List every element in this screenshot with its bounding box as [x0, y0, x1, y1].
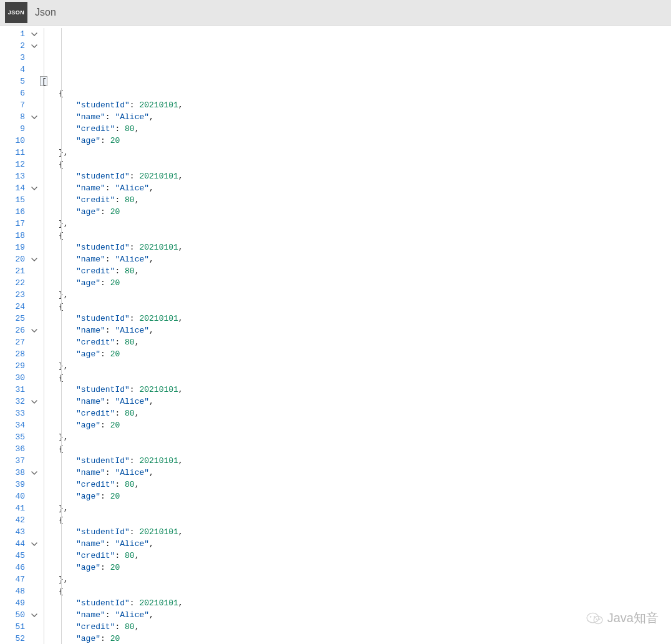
code-line[interactable]: "studentId": 20210101,	[41, 526, 671, 538]
token-punc: :	[130, 170, 140, 182]
code-line[interactable]: "name": "Alice",	[41, 324, 671, 336]
token-num: 20	[110, 348, 120, 360]
code-line[interactable]: },	[41, 431, 671, 443]
token-num: 20	[110, 490, 120, 502]
code-line[interactable]: "studentId": 20210101,	[41, 384, 671, 396]
chevron-down-icon[interactable]	[31, 540, 38, 548]
code-line[interactable]: "credit": 80,	[41, 123, 671, 135]
code-line[interactable]: "age": 20	[41, 206, 671, 218]
code-line[interactable]: "credit": 80,	[41, 336, 671, 348]
fold-toggle[interactable]	[27, 324, 41, 336]
code-line[interactable]: "age": 20	[41, 277, 671, 289]
code-line[interactable]: "studentId": 20210101,	[41, 99, 671, 111]
fold-spacer	[27, 218, 41, 230]
fold-spacer	[27, 170, 41, 182]
code-line[interactable]: "age": 20	[41, 562, 671, 573]
code-line[interactable]: "name": "Alice",	[41, 538, 671, 550]
chevron-down-icon[interactable]	[31, 469, 38, 477]
indent-guide	[44, 28, 44, 644]
fold-toggle[interactable]	[27, 182, 41, 194]
chevron-down-icon[interactable]	[31, 42, 38, 50]
code-line[interactable]: "age": 20	[41, 348, 671, 360]
chevron-down-icon[interactable]	[31, 612, 38, 619]
code-line[interactable]: "credit": 80,	[41, 194, 671, 206]
code-line[interactable]: "age": 20	[41, 490, 671, 502]
code-line[interactable]: {	[41, 301, 671, 313]
token-punc: ,	[178, 242, 183, 253]
code-line[interactable]: "credit": 80,	[41, 479, 671, 490]
code-area[interactable]: [{"studentId": 20210101,"name": "Alice",…	[41, 26, 671, 644]
chevron-down-icon[interactable]	[31, 398, 38, 406]
code-line[interactable]: "studentId": 20210101,	[41, 597, 671, 609]
line-number: 21	[0, 265, 25, 277]
fold-toggle[interactable]	[27, 40, 41, 52]
code-line[interactable]: {	[41, 159, 671, 170]
code-editor[interactable]: 1234567891011121314151617181920212223242…	[0, 26, 671, 644]
tab-title[interactable]: Json	[35, 7, 56, 18]
line-number: 3	[0, 52, 25, 64]
fold-spacer	[27, 443, 41, 455]
code-line[interactable]: },	[41, 360, 671, 372]
code-line[interactable]: },	[41, 573, 671, 585]
line-number-gutter: 1234567891011121314151617181920212223242…	[0, 26, 27, 644]
cursor: [	[40, 76, 47, 86]
code-line[interactable]: "studentId": 20210101,	[41, 455, 671, 467]
fold-toggle[interactable]	[27, 28, 41, 40]
fold-spacer	[27, 479, 41, 490]
token-punc: :	[105, 538, 115, 550]
code-line[interactable]: "name": "Alice",	[41, 609, 671, 621]
code-line[interactable]: "credit": 80,	[41, 407, 671, 419]
code-line[interactable]: "studentId": 20210101,	[41, 170, 671, 182]
code-line[interactable]: "age": 20	[41, 633, 671, 644]
code-line[interactable]: {	[41, 514, 671, 526]
chevron-down-icon[interactable]	[31, 327, 38, 334]
token-num: 20	[110, 206, 120, 218]
line-number: 48	[0, 585, 25, 597]
token-key: "age"	[76, 633, 100, 644]
code-line[interactable]: "studentId": 20210101,	[41, 313, 671, 324]
code-line[interactable]: },	[41, 502, 671, 514]
code-line[interactable]: "name": "Alice",	[41, 253, 671, 265]
code-line[interactable]: "age": 20	[41, 419, 671, 431]
code-line[interactable]: {	[41, 443, 671, 455]
line-number: 35	[0, 431, 25, 443]
code-line[interactable]: },	[41, 147, 671, 159]
token-key: "age"	[76, 348, 100, 360]
code-line[interactable]: "name": "Alice",	[41, 182, 671, 194]
code-line[interactable]: "age": 20	[41, 135, 671, 147]
code-line[interactable]: "credit": 80,	[41, 621, 671, 633]
fold-toggle[interactable]	[27, 467, 41, 479]
code-line[interactable]: {	[41, 87, 671, 99]
fold-toggle[interactable]	[27, 609, 41, 621]
line-number: 45	[0, 550, 25, 562]
code-line[interactable]: },	[41, 218, 671, 230]
chevron-down-icon[interactable]	[31, 185, 38, 192]
chevron-down-icon[interactable]	[31, 31, 38, 38]
fold-toggle[interactable]	[27, 111, 41, 123]
line-number: 7	[0, 99, 25, 111]
fold-spacer	[27, 76, 41, 87]
code-line[interactable]: {	[41, 585, 671, 597]
line-number: 13	[0, 170, 25, 182]
token-str: "Alice"	[115, 467, 149, 479]
code-line[interactable]: {	[41, 230, 671, 242]
code-line[interactable]: "name": "Alice",	[41, 396, 671, 407]
fold-spacer	[27, 147, 41, 159]
code-line[interactable]: "name": "Alice",	[41, 467, 671, 479]
code-line[interactable]: "studentId": 20210101,	[41, 242, 671, 253]
code-line[interactable]: {	[41, 372, 671, 384]
fold-toggle[interactable]	[27, 253, 41, 265]
chevron-down-icon[interactable]	[31, 256, 38, 263]
token-str: "Alice"	[115, 253, 149, 265]
chevron-down-icon[interactable]	[31, 114, 38, 121]
code-line[interactable]: "name": "Alice",	[41, 111, 671, 123]
fold-spacer	[27, 407, 41, 419]
token-punc: :	[105, 111, 115, 123]
code-line[interactable]: [	[41, 76, 671, 87]
code-line[interactable]: "credit": 80,	[41, 550, 671, 562]
token-str: "Alice"	[115, 182, 149, 194]
fold-toggle[interactable]	[27, 396, 41, 407]
code-line[interactable]: },	[41, 289, 671, 301]
code-line[interactable]: "credit": 80,	[41, 265, 671, 277]
fold-toggle[interactable]	[27, 538, 41, 550]
